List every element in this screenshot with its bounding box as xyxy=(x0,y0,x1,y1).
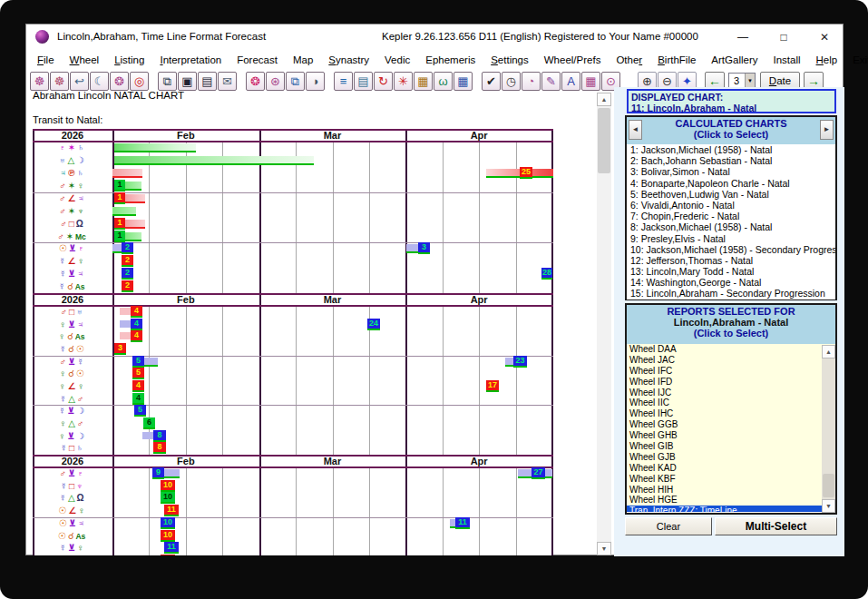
report-list-item[interactable]: Wheel KBF xyxy=(627,474,835,485)
grid2-icon[interactable]: ▦ xyxy=(581,72,600,91)
transit-bar[interactable] xyxy=(125,182,141,191)
chart-list-item[interactable]: 14: Washington,George - Natal xyxy=(627,277,835,288)
report-list-item[interactable]: Wheel KAD xyxy=(627,463,835,474)
report-list-item[interactable]: Wheel IHC xyxy=(627,408,835,419)
wheel-pair-icon[interactable]: ❂ xyxy=(110,72,129,91)
asteroid-icon[interactable]: ✳ xyxy=(394,72,413,91)
menu-file[interactable]: File xyxy=(37,54,54,65)
transit-date-box[interactable]: 4 xyxy=(132,380,144,392)
wheel-contrast-icon[interactable]: ◑ xyxy=(306,72,325,91)
clear-button[interactable]: Clear xyxy=(625,517,712,535)
scroll-down-icon[interactable]: ▼ xyxy=(822,499,835,513)
transit-bar[interactable] xyxy=(120,332,131,339)
chart-list-item[interactable]: 12: Jefferson,Thomas - Natal xyxy=(627,255,835,266)
scrollbar-thumb[interactable] xyxy=(823,474,834,497)
transit-date-box[interactable]: 11 xyxy=(455,517,470,529)
chart-list-item[interactable]: 6: Vivaldi,Antonio - Natal xyxy=(627,200,835,211)
transit-bar[interactable] xyxy=(125,220,145,229)
menu-help[interactable]: Help xyxy=(816,54,838,65)
transit-bar[interactable] xyxy=(112,207,136,216)
menu-settings[interactable]: Settings xyxy=(491,54,529,65)
transit-bar[interactable] xyxy=(120,320,131,328)
transit-date-box[interactable]: 23 xyxy=(513,356,527,368)
email-icon[interactable]: ✉ xyxy=(218,72,237,91)
wheel-target-icon[interactable]: ◎ xyxy=(130,72,149,91)
transit-bar[interactable] xyxy=(144,358,158,367)
calendar-icon[interactable]: ▦ xyxy=(454,72,473,91)
report-list-item[interactable]: Wheel IIC xyxy=(627,398,835,408)
transit-date-box[interactable]: 2 xyxy=(122,242,133,254)
transit-date-box[interactable]: 28 xyxy=(541,268,552,280)
chart-list-item[interactable]: 3: Bolivar,Simon - Natal xyxy=(627,166,835,177)
chart-list-item[interactable]: 13: Lincoln,Mary Todd - Natal xyxy=(627,266,835,277)
new-window-icon[interactable]: ⧉ xyxy=(158,72,177,91)
report-list-item[interactable]: Wheel IJC xyxy=(627,388,835,398)
reports-scrollbar[interactable]: ▲▼ xyxy=(822,345,835,513)
notes-icon[interactable]: ✎ xyxy=(541,72,561,91)
transit-date-box[interactable]: 9 xyxy=(152,467,164,479)
transit-bar[interactable] xyxy=(125,194,145,203)
scroll-up-icon[interactable]: ▲ xyxy=(597,93,611,106)
report-list-item-selected[interactable]: Tran. Interp ZZZ: TimeLine xyxy=(627,506,835,512)
chart-list-item[interactable]: 2: Bach,Johann Sebastian - Natal xyxy=(627,155,835,166)
om-icon[interactable]: ω xyxy=(434,72,453,91)
chart-list-item[interactable]: 1: Jackson,Michael (1958) - Natal xyxy=(627,144,835,155)
menu-ephemeris[interactable]: Ephemeris xyxy=(425,54,475,65)
transit-date-box[interactable]: 25 xyxy=(520,167,532,179)
transit-date-box[interactable]: 1 xyxy=(114,192,125,204)
chart-copy-icon[interactable]: ⧉ xyxy=(286,72,305,91)
report-list-item[interactable]: Wheel GJB xyxy=(627,452,835,463)
transit-date-box[interactable]: 10 xyxy=(161,517,175,529)
transit-date-box[interactable]: 3 xyxy=(418,242,430,254)
report-list-item[interactable]: Wheel JAC xyxy=(627,355,835,366)
chart-vertical-scrollbar[interactable]: ▲▼ xyxy=(597,93,611,555)
transit-bar[interactable] xyxy=(505,358,513,367)
menu-install[interactable]: Install xyxy=(773,54,800,65)
pages-icon[interactable]: ▤ xyxy=(354,72,373,91)
transit-date-box[interactable]: 8 xyxy=(153,442,166,454)
listing-icon[interactable]: ≡ xyxy=(334,72,353,91)
refresh-icon[interactable]: ↻ xyxy=(374,72,393,91)
chart-list-item[interactable]: 15: Lincoln,Abraham - Secondary Progress… xyxy=(627,288,835,299)
transit-date-box[interactable]: 27 xyxy=(532,467,545,479)
transit-bar[interactable] xyxy=(120,308,131,315)
wheel-arrow-icon[interactable]: ☸ xyxy=(50,72,69,91)
transit-bar[interactable] xyxy=(112,169,142,178)
doc-text-icon[interactable]: A xyxy=(561,72,580,91)
menu-listing[interactable]: Listing xyxy=(114,54,144,65)
transit-date-box[interactable]: 4 xyxy=(131,330,142,342)
menu-forecast[interactable]: Forecast xyxy=(237,54,278,65)
menu-wheel[interactable]: Wheel xyxy=(70,54,100,65)
close-button[interactable]: ✕ xyxy=(813,29,836,45)
menu-birthfile[interactable]: BirthFile xyxy=(658,54,696,65)
clock-icon[interactable]: ◷ xyxy=(502,72,521,91)
menu-artgallery[interactable]: ArtGallery xyxy=(711,54,757,65)
transit-bar[interactable] xyxy=(125,232,141,241)
menu-exit[interactable]: Exit xyxy=(853,54,868,65)
menu-vedic[interactable]: Vedic xyxy=(385,54,410,65)
scroll-right-icon[interactable]: ► xyxy=(820,120,834,140)
save-icon[interactable]: ▣ xyxy=(178,72,197,91)
report-list-item[interactable]: Wheel GIB xyxy=(627,441,835,452)
wheel-moon-icon[interactable]: ☾ xyxy=(90,72,109,91)
transit-date-box[interactable]: 2 xyxy=(122,280,133,292)
chart-list-item[interactable]: 7: Chopin,Frederic - Natal xyxy=(627,211,835,221)
scroll-down-icon[interactable]: ▼ xyxy=(597,542,611,555)
transit-date-box[interactable]: 8 xyxy=(153,430,166,442)
chevron-down-icon[interactable]: ▼ xyxy=(745,74,755,89)
transit-date-box[interactable]: 4 xyxy=(132,393,144,405)
transit-bar[interactable] xyxy=(114,156,314,165)
menu-map[interactable]: Map xyxy=(293,54,313,65)
chart-list-item[interactable]: 10: Jackson,Michael (1958) - Secondary P… xyxy=(627,244,835,255)
clock-wheel-icon[interactable]: ◔ xyxy=(522,72,541,91)
grid-wheel-icon[interactable]: ▦ xyxy=(414,72,433,91)
transit-date-box[interactable]: 5 xyxy=(132,368,144,379)
transit-date-box[interactable]: 5 xyxy=(134,405,146,417)
multi-select-button[interactable]: Multi-Select xyxy=(715,517,837,535)
check-icon[interactable]: ✔ xyxy=(482,72,501,91)
chart-list-item[interactable]: 5: Beethoven,Ludwig Van - Natal xyxy=(627,189,835,200)
transit-date-box[interactable]: 2 xyxy=(122,255,133,267)
menu-interpretation[interactable]: Interpretation xyxy=(160,54,221,65)
transit-date-box[interactable]: 5 xyxy=(132,356,144,368)
transit-bar[interactable] xyxy=(164,469,180,478)
